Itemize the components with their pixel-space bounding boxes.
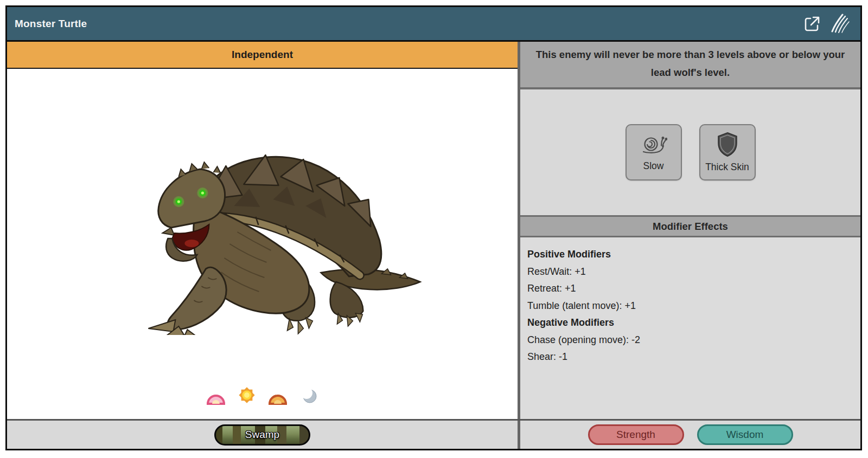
main-content: Independent (7, 42, 860, 419)
claw-marks-icon[interactable] (830, 14, 851, 34)
level-note-text: This enemy will never be more than 3 lev… (528, 46, 853, 81)
modifier-effects-title: Modifier Effects (653, 221, 728, 233)
shield-icon (716, 132, 739, 159)
creature-image-area (7, 69, 518, 419)
moon-icon (297, 385, 321, 405)
wisdom-button[interactable]: Wisdom (697, 424, 793, 445)
title-bar-icons (802, 14, 851, 34)
modifier-item: Chase (opening move): -2 (527, 332, 853, 349)
location-swamp-label: Swamp (245, 429, 279, 441)
modifier-item: Rest/Wait: +1 (527, 263, 853, 281)
ability-slow-button[interactable]: Slow (626, 124, 682, 180)
footer-right: Strength Wisdom (520, 421, 860, 449)
strength-label: Strength (616, 429, 655, 441)
snail-icon (640, 133, 667, 158)
title-bar: Monster Turtle (7, 7, 860, 42)
independent-banner: Independent (7, 42, 518, 69)
modifier-effects-banner: Modifier Effects (520, 215, 860, 237)
ability-thick-skin-button[interactable]: Thick Skin (699, 124, 756, 180)
location-swamp-button[interactable]: Swamp (214, 424, 310, 446)
sun-icon (235, 385, 259, 405)
sunrise-icon (204, 385, 228, 405)
strength-button[interactable]: Strength (588, 424, 684, 445)
modifier-item: Shear: -1 (527, 349, 853, 366)
right-panel: This enemy will never be more than 3 lev… (520, 42, 860, 419)
wisdom-label: Wisdom (726, 429, 764, 441)
positive-modifiers-heading: Positive Modifiers (527, 246, 853, 263)
ability-thick-skin-label: Thick Skin (705, 162, 749, 173)
left-panel: Independent (7, 42, 518, 419)
modifier-item: Tumble (talent move): +1 (527, 298, 853, 315)
monster-turtle-illustration (114, 145, 429, 335)
abilities-section: Slow Thick Skin (520, 89, 860, 215)
enemy-info-window: Monster Turtle (5, 5, 862, 450)
page-title: Monster Turtle (15, 18, 87, 30)
modifier-item: Retreat: +1 (527, 280, 853, 298)
time-of-day-row (7, 385, 518, 405)
independent-label: Independent (232, 49, 293, 61)
ability-slow-label: Slow (643, 160, 664, 172)
footer-bar: Swamp Strength Wisdom (7, 419, 860, 449)
negative-modifiers-heading: Negative Modifiers (527, 314, 853, 332)
monster-turtle-page: Monster Turtle (0, 0, 868, 458)
external-link-icon[interactable] (802, 14, 822, 34)
footer-left: Swamp (7, 421, 518, 449)
level-note-banner: This enemy will never be more than 3 lev… (520, 42, 860, 89)
modifier-list: Positive Modifiers Rest/Wait: +1 Retreat… (520, 237, 860, 419)
sunset-icon (266, 385, 290, 405)
